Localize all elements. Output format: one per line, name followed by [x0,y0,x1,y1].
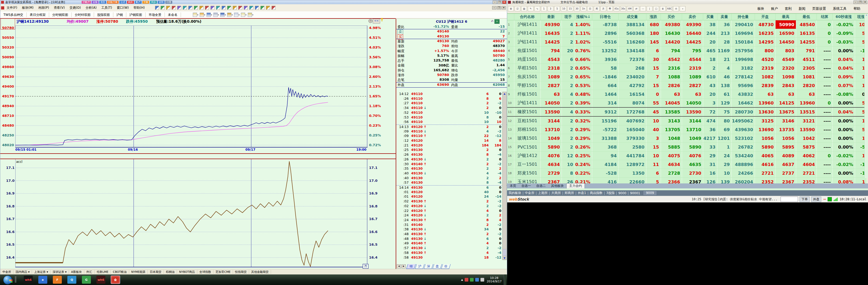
rtool-icon-13[interactable]: 周 [594,6,600,11]
market-tab-芝加哥CME[interactable]: 芝加哥CME [213,270,233,274]
bottom-tab-主力合约[interactable]: 主力合约 [566,183,585,188]
rtool-icon-1[interactable]: ☑ [515,6,520,11]
rtool-icon-18[interactable]: 4M [627,6,633,11]
menu-文件(F)[interactable]: 文件(F) [4,5,20,10]
toolbar-icon-10[interactable] [211,6,215,10]
exchange-link-3股指[interactable]: 3股指 [605,191,616,195]
toolbar-icon-9[interactable] [205,6,209,10]
column-header-涨跌[interactable]: 涨跌 [646,14,661,20]
exchange-link-大商所[interactable]: 大商所 [550,191,562,195]
toolbar-icon-21[interactable] [272,6,276,10]
draw-tool-0[interactable]: ▾ [191,13,198,17]
column-header-num[interactable] [507,14,514,20]
clock-icon[interactable]: ◷ [369,19,372,23]
draw-tool-4[interactable]: ▾ [219,13,226,17]
collapse-panel-button[interactable]: << [373,19,380,24]
table-row-焦煤1501[interactable]: 4焦煤1501794200.76%13252134148679479546511… [507,46,867,55]
exchange-link-外盘1[interactable]: 外盘1 [577,191,587,195]
quick-button-行情[interactable]: 行情 [165,1,172,4]
exchange-link-商品指数[interactable]: 商品指数 [589,191,604,195]
menu-画面(P)[interactable]: 画面(P) [36,5,52,10]
rtool-icon-16[interactable]: 45s [614,6,619,11]
market-tab-恒指期货[interactable]: 恒指期货 [233,270,249,274]
exchange-link-郑商所[interactable]: 郑商所 [563,191,575,195]
column-header-买价[interactable]: 买价 [661,14,682,20]
right-menu-页面设置[interactable]: 页面设置 [809,6,830,11]
market-tab-棕榈油[interactable]: 棕榈油 [164,270,177,274]
rtool-icon-17[interactable]: 30s [620,6,626,11]
rtool-icon-26[interactable]: » [680,6,685,11]
menu-窗口(W)[interactable]: 窗口(W) [114,5,131,10]
draw-tool-3[interactable]: ▾ [212,13,219,17]
scroll-up-icon[interactable]: ▲ [503,92,506,95]
menu-交易(O)[interactable]: 交易(O) [67,5,83,10]
market-tab-A股板块[interactable]: A股板块 [69,270,84,274]
pyramid-app-icon[interactable]: 金 [111,276,120,284]
draw-tool-2[interactable]: ▾ [205,13,212,17]
bottom-tab-本页[interactable]: 本页 [507,183,519,188]
draw-tool-7[interactable]: ▾ [240,13,246,17]
right-menu-新闻[interactable]: 新闻 [795,6,809,11]
news-ticker[interactable]: 10:25 [研究报告]鸡蛋: 供需紧张&期价贴水 中期有望... [692,197,777,202]
column-header-买量[interactable]: 买量 [703,14,717,20]
table-row-沪铅1411[interactable]: 10沪铅14111405020.39%314807455140451405031… [507,99,867,108]
minimize-button[interactable]: – [493,1,497,4]
mdi-minimize-button[interactable]: – [492,6,496,9]
column-header-最新[interactable]: 最新 [540,14,562,20]
menu-查看(V)[interactable]: 查看(V) [52,5,67,10]
rtool-icon-11[interactable]: 1h [581,6,586,11]
tray-clock[interactable]: 10:28 2014/9/17 [487,276,502,283]
draw-tool-5[interactable]: ▾ [226,13,233,17]
intraday-price-chart[interactable] [15,26,367,147]
market-tab-其他金融期货[interactable]: 其他金融期货 [249,270,271,274]
draw-tool-icon-5[interactable] [227,13,231,17]
right-menu-板块[interactable]: 板块 [754,6,768,11]
toolbar-icon-17[interactable] [249,6,253,10]
rtool-icon-22[interactable]: □ [653,6,659,11]
market-tab-全球指数[interactable]: 全球指数 [197,270,213,274]
scroll-top-button[interactable]: » [495,19,499,24]
left-title-bar[interactable]: 金字塔决策交易系统 - [免费登录] - [分时走势] 子帐户全推首页闪电下单公… [0,0,507,4]
exchange-link-我的板块[interactable]: 我的板块 [507,191,523,195]
unit-label[interactable]: 万 [363,264,369,269]
table-row-豆粕1501[interactable]: 12豆粕1501314420.32%1519640769210314331444… [507,116,867,126]
tray-icon-1[interactable] [470,278,474,282]
rtool-icon-3[interactable]: ✎ [528,6,534,11]
quick-button-帐户[interactable]: 帐户 [135,1,142,4]
table-row-焦炭1501[interactable]: 7焦炭1501108920.65%-1846234020710881089610… [507,73,867,81]
draw-tool-icon-0[interactable] [193,13,197,17]
tick-tab-细[interactable]: 细 [406,264,416,269]
blue-sphere-icon[interactable]: Q [67,276,76,284]
bottom-tab-其他板块[interactable]: 其他板块 [548,183,566,188]
table-row-橡胶1501[interactable]: 11橡胶15011359040.33%931217276845135851359… [507,107,867,116]
toolbar-icon-3[interactable] [172,6,176,10]
tick-tab-深[interactable]: 深 [424,264,433,269]
draw-tool-icon-8[interactable] [248,13,252,17]
toolbar-icon-16[interactable] [244,6,248,10]
column-header-结算[interactable]: 结算 [817,14,833,20]
page-tab-未命名[interactable]: 未命名 [165,12,181,17]
exchange-link-中金所[interactable]: 中金所 [524,191,536,195]
table-row-沪锌1411[interactable]: 2沪锌14111643521.11%2896560368180164301644… [507,29,867,38]
toolbar-icon-13[interactable] [227,6,231,10]
exchange-link-90001[interactable]: 90001 [629,191,641,195]
toolbar-icon-1[interactable] [161,6,164,10]
market-tab-上海证券 ▾[interactable]: 上海证券 ▾ [32,270,51,274]
browser-icon[interactable]: e [38,276,47,284]
show-desktop-button[interactable] [504,275,506,285]
scroll-thumb[interactable] [503,249,506,256]
rtool-icon-24[interactable]: ABC [666,6,672,11]
rtool-icon-25[interactable]: ılı [673,6,679,11]
right-menu-套利[interactable]: 套利 [781,6,795,11]
table-row-沪银1412[interactable]: 16沪银14124076120.25%944417841040754076292… [507,151,867,160]
rtool-icon-21[interactable]: | [647,6,652,11]
quick-button-全推[interactable]: 全推 [92,1,98,4]
hand-pen-icon[interactable]: ✍ [491,19,494,23]
table-row-纤板1501[interactable]: 9纤板15016340.48%1464161540636320614383263… [507,90,867,99]
menu-工具(T)[interactable]: 工具(T) [99,5,115,10]
table-row-郑麦1501[interactable]: 18郑麦1501272980.22%-528135062728273016102… [507,169,867,178]
close-button[interactable]: ✕ [863,1,867,4]
page-tab-市场全景[interactable]: 市场全景 [146,12,165,17]
column-header-最高[interactable]: 最高 [776,14,796,20]
toolbar-icon-12[interactable] [222,6,225,10]
